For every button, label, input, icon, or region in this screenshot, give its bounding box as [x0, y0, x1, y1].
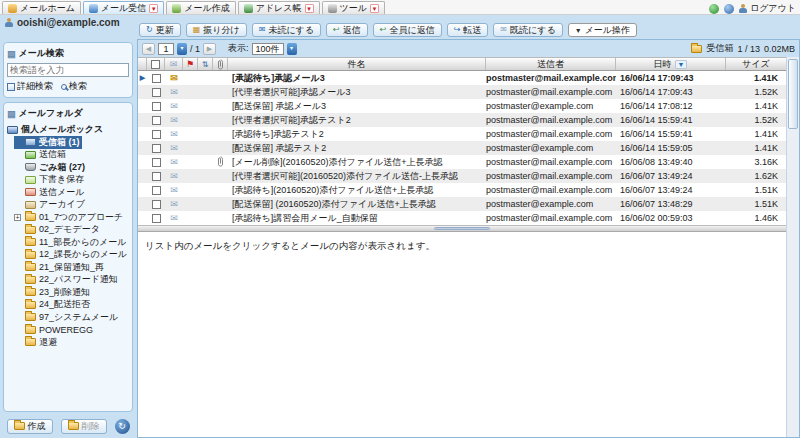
page-number-input[interactable]: 1	[158, 43, 174, 55]
row-checkbox[interactable]	[152, 130, 161, 139]
row-checkbox[interactable]	[152, 172, 161, 181]
vertical-scrollbar[interactable]	[786, 57, 799, 437]
mail-toolbar: ↻ 更新 ▦ 振り分け ✉ 未読にする ↩ 返信	[139, 23, 637, 37]
flag-column-header[interactable]: ⚑	[183, 58, 198, 70]
search-input[interactable]	[7, 63, 129, 77]
folder-item[interactable]: + 23_削除通知	[14, 286, 129, 299]
folder-info-size: 0.02MB	[764, 44, 795, 54]
tab-label: メール作成	[184, 2, 229, 15]
folder-item[interactable]: + 97_システムメール	[14, 311, 129, 324]
nav-tab[interactable]: メール作成 ▼	[166, 1, 235, 14]
logout-button[interactable]: ログアウト	[739, 2, 796, 15]
delete-folder-button[interactable]: 削除	[61, 419, 107, 434]
nav-tab[interactable]: メール受信 ▼	[83, 1, 164, 14]
sort-desc-icon[interactable]: ▼	[675, 60, 688, 69]
row-checkbox[interactable]	[152, 144, 161, 153]
prev-page-button[interactable]: ◀	[142, 43, 155, 55]
mail-folder-title: ▤ メールフォルダ	[7, 107, 129, 120]
toolbar-button[interactable]: ↩ 全員に返信	[373, 23, 442, 37]
toolbar-button[interactable]: ↻ 更新	[139, 23, 181, 37]
page-spinner-icon[interactable]: ▾	[177, 43, 187, 55]
message-size: 1.62K	[726, 169, 786, 183]
attachment-column-header[interactable]	[213, 58, 228, 70]
message-row[interactable]: ▶ ✉ [配送保留] 承認テスト2 postmaster@example.com…	[138, 141, 786, 155]
row-checkbox[interactable]	[152, 116, 161, 125]
message-row[interactable]: ▶ ✉ [代理者選択可能]承認メール3 postmaster@mail.exam…	[138, 85, 786, 99]
message-row[interactable]: ▶ ✉ [配送保留] 承認メール3 postmaster@example.com…	[138, 99, 786, 113]
row-checkbox[interactable]	[152, 88, 161, 97]
sender-column-header[interactable]: 送信者	[486, 58, 616, 70]
tab-dropdown-icon[interactable]: ▼	[149, 4, 158, 13]
toolbar-button[interactable]: ✉ 既読にする	[493, 23, 562, 37]
folder-item[interactable]: + 受信箱 (1)	[14, 136, 82, 149]
nav-tab[interactable]: アドレス帳 ▼	[238, 1, 320, 14]
refresh-folders-button[interactable]: ↻	[115, 419, 130, 434]
folder-item[interactable]: + 送信メール	[14, 186, 129, 199]
date-column-header[interactable]: 日時 ▼	[616, 58, 726, 70]
priority-column-header[interactable]: ⇅	[198, 58, 213, 70]
row-checkbox[interactable]	[152, 214, 161, 223]
nav-tab[interactable]: ツール ▼	[322, 1, 385, 14]
expand-icon[interactable]: +	[14, 214, 21, 221]
subject-column-header[interactable]: 件名	[228, 58, 486, 70]
blue-status-icon[interactable]	[724, 4, 734, 14]
folder-root-personal-mailbox[interactable]: 個人メールボックス	[7, 123, 129, 136]
page-size-input[interactable]: 100件	[252, 43, 284, 55]
row-checkbox[interactable]	[152, 74, 161, 83]
message-row[interactable]: ▶ ✉ [配送保留] (20160520)添付ファイル送信+上長承認 postm…	[138, 197, 786, 211]
green-status-icon[interactable]	[709, 4, 719, 14]
message-row[interactable]: ▶ ✉ [メール削除](20160520)添付ファイル送信+上長承認 postm…	[138, 155, 786, 169]
folder-item[interactable]: + 21_保留通知_再	[14, 261, 129, 274]
toolbar-button[interactable]: ✉ 未読にする	[252, 23, 321, 37]
advanced-search-link[interactable]: 詳細検索	[7, 80, 53, 93]
tab-dropdown-icon[interactable]: ▼	[370, 4, 379, 13]
folder-item[interactable]: + 02_デモデータ	[14, 224, 129, 237]
message-row[interactable]: ▶ ✉ [承認待ち]講習会用メール_自動保留 postmaster@mail.e…	[138, 211, 786, 225]
scrollbar-thumb[interactable]	[788, 59, 798, 129]
splitter-grip[interactable]	[434, 227, 490, 230]
folder-icon	[25, 276, 36, 284]
mail-status-icon: ✉	[170, 129, 178, 139]
message-size: 1.52K	[726, 113, 786, 127]
folder-item[interactable]: + 下書き保存	[14, 174, 129, 187]
folder-item[interactable]: + 22_パスワード通知	[14, 274, 129, 287]
folder-item[interactable]: + 01_7つのアプローチ	[14, 211, 129, 224]
folder-item[interactable]: + 退避	[14, 336, 129, 349]
folder-item[interactable]: + 11_部長からのメール	[14, 236, 129, 249]
folder-item[interactable]: + 24_配送拒否	[14, 299, 129, 312]
toolbar-button-label: 返信	[343, 24, 361, 37]
tab-dropdown-icon[interactable]: ▼	[305, 4, 314, 13]
folder-item[interactable]: + ごみ箱 (27)	[14, 161, 129, 174]
toolbar-button[interactable]: ↩ 返信	[326, 23, 368, 37]
next-page-button[interactable]: ▶	[203, 43, 216, 55]
splitter-bar[interactable]	[138, 225, 786, 232]
message-row[interactable]: ▶ ✉ [承認待ち]承認テスト2 postmaster@mail.example…	[138, 127, 786, 141]
folder-item[interactable]: + 送信箱	[14, 149, 129, 162]
select-all-checkbox[interactable]	[151, 60, 160, 69]
mail-operations-dropdown[interactable]: ▼ メール操作	[568, 23, 637, 37]
folder-item[interactable]: + 12_課長からのメール	[14, 249, 129, 262]
folder-item[interactable]: + POWEREGG	[14, 324, 129, 337]
folder-icon	[25, 326, 36, 334]
size-column-header[interactable]: サイズ	[726, 58, 786, 70]
page-size-dropdown-icon[interactable]: ▾	[287, 43, 297, 55]
create-folder-button[interactable]: 作成	[7, 419, 53, 434]
select-all-header[interactable]	[147, 58, 165, 70]
folder-icon	[25, 226, 36, 234]
nav-tab[interactable]: メールホーム ▼	[2, 1, 81, 14]
search-link[interactable]: 検索	[61, 80, 87, 93]
message-row[interactable]: ▶ ✉ [承認待ち](20160520)添付ファイル送信+上長承認 postma…	[138, 183, 786, 197]
message-row[interactable]: ▶ ✉ [承認待ち]承認メール3 postmaster@mail.example…	[138, 71, 786, 85]
row-checkbox[interactable]	[152, 200, 161, 209]
message-row[interactable]: ▶ ✉ [代理者選択可能](20160520)添付ファイル送信-上長承認 pos…	[138, 169, 786, 183]
toolbar-button[interactable]: ↪ 転送	[447, 23, 489, 37]
row-checkbox[interactable]	[152, 186, 161, 195]
message-row[interactable]: ▶ ✉ [代理者選択可能]承認テスト2 postmaster@mail.exam…	[138, 113, 786, 127]
paperclip-icon	[217, 59, 224, 70]
folder-root-label: 個人メールボックス	[21, 123, 103, 136]
toolbar-button[interactable]: ▦ 振り分け	[186, 23, 247, 37]
row-checkbox[interactable]	[152, 158, 161, 167]
read-status-column-header[interactable]: ✉	[165, 58, 183, 70]
folder-item[interactable]: + アーカイブ	[14, 199, 129, 212]
row-checkbox[interactable]	[152, 102, 161, 111]
